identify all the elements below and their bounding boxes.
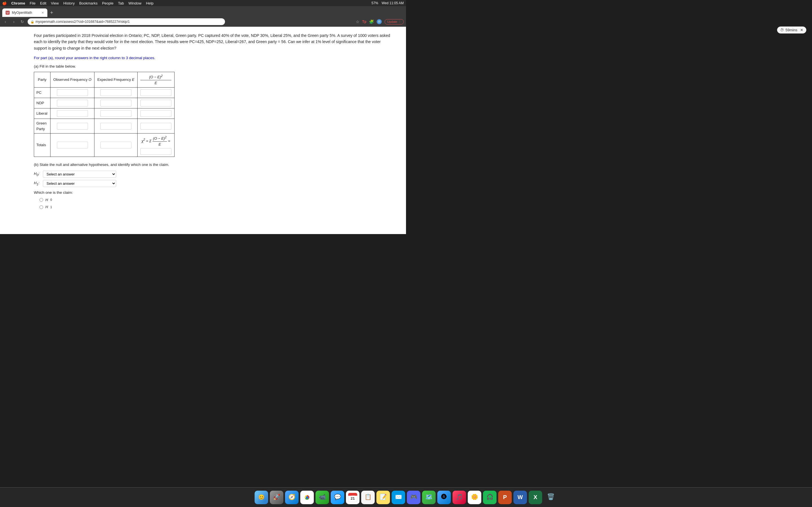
claim-radio-h1[interactable] <box>40 205 43 209</box>
chi-ndp[interactable] <box>140 100 171 107</box>
col-formula: (O − E)2 E <box>137 72 174 87</box>
exp-total[interactable] <box>100 142 132 149</box>
obs-liberal[interactable] <box>57 110 88 117</box>
part-b-label: (b) State the null and alternative hypot… <box>34 162 395 168</box>
exp-liberal[interactable] <box>100 110 132 117</box>
claim-label: Which one is the claim: <box>34 190 395 195</box>
table-row-green: GreenParty <box>34 119 174 133</box>
exp-ndp[interactable] <box>100 100 132 107</box>
exp-pc[interactable] <box>100 89 132 96</box>
party-liberal: Liberal <box>34 108 50 119</box>
party-totals: Totals <box>34 133 50 157</box>
menu-view[interactable]: View <box>51 1 59 5</box>
menu-tab[interactable]: Tab <box>118 1 124 5</box>
tab-close-button[interactable]: ✕ <box>42 11 44 15</box>
url-text: myopenmath.com/assess2/?cid=101687&aid=7… <box>36 20 130 24</box>
obs-total[interactable] <box>57 142 88 149</box>
chi-pc[interactable] <box>140 89 171 96</box>
tab-bar: M MyOpenMath ✕ + <box>0 6 406 17</box>
menu-edit[interactable]: Edit <box>40 1 46 5</box>
menu-people[interactable]: People <box>102 1 113 5</box>
new-tab-button[interactable]: + <box>48 10 56 16</box>
claim-radio-h0[interactable] <box>40 198 43 202</box>
active-tab[interactable]: M MyOpenMath ✕ <box>2 8 47 17</box>
tab-favicon: M <box>6 11 10 15</box>
table-row-liberal: Liberal <box>34 108 174 119</box>
page-content: Four parties participated in 2018 Provin… <box>0 27 406 234</box>
exp-green[interactable] <box>100 123 132 129</box>
menubar: 🍎 Chrome File Edit View History Bookmark… <box>0 0 406 6</box>
extension-puzzle-icon[interactable]: 🧩 <box>369 19 374 24</box>
instruction-text: For part (a), round your answers in the … <box>34 55 395 61</box>
bookmark-star-icon[interactable]: ☆ <box>356 19 359 24</box>
col-observed: Observed Frequency O <box>50 72 94 87</box>
h0-select[interactable]: Select an answer The distribution has no… <box>43 171 116 178</box>
menu-window[interactable]: Window <box>128 1 141 5</box>
claim-option-h0[interactable]: H0 <box>40 197 395 203</box>
chi-liberal[interactable] <box>140 110 171 117</box>
obs-ndp[interactable] <box>57 100 88 107</box>
problem-text: Four parties participated in 2018 Provin… <box>34 33 395 51</box>
menu-history[interactable]: History <box>63 1 74 5</box>
party-green: GreenParty <box>34 119 50 133</box>
col-expected: Expected Frequency E <box>94 72 138 87</box>
battery-status: 57% <box>371 1 378 5</box>
apple-menu[interactable]: 🍎 <box>2 1 7 5</box>
col-party: Party <box>34 72 50 87</box>
reload-button[interactable]: ↻ <box>19 18 26 25</box>
h1-label: H1: <box>34 180 41 187</box>
address-bar: ‹ › ↻ 🔒 myopenmath.com/assess2/?cid=1016… <box>0 17 406 26</box>
party-ndp: NDP <box>34 98 50 108</box>
h0-label: H0: <box>34 171 41 177</box>
toolbar-icons: ☆ Tp 🧩 R Update ⋮ <box>356 19 404 24</box>
clock: Wed 11:05 AM <box>382 1 404 5</box>
party-pc: PC <box>34 88 50 98</box>
menu-bookmarks[interactable]: Bookmarks <box>79 1 98 5</box>
part-a-label: (a) Fill in the table below. <box>34 64 395 69</box>
claim-section: Which one is the claim: H0 H1 <box>34 190 395 210</box>
tp-icon[interactable]: Tp <box>362 20 366 24</box>
frequency-table: Party Observed Frequency O Expected Freq… <box>34 72 174 157</box>
claim-option-h1[interactable]: H1 <box>40 204 395 210</box>
chi-green[interactable] <box>140 123 171 129</box>
hypothesis-section: H0: Select an answer The distribution ha… <box>34 171 395 187</box>
profile-icon[interactable]: R <box>377 19 382 24</box>
lock-icon: 🔒 <box>31 20 35 24</box>
menu-help[interactable]: Help <box>146 1 154 5</box>
chi-total-cell: χ2 = Σ (O − E)2 E = <box>137 133 174 157</box>
h1-select[interactable]: Select an answer The distribution has no… <box>43 180 116 187</box>
update-button[interactable]: Update ⋮ <box>385 19 404 24</box>
table-row-pc: PC <box>34 88 174 98</box>
menu-chrome[interactable]: Chrome <box>11 1 25 5</box>
obs-green[interactable] <box>57 123 88 129</box>
table-row-ndp: NDP <box>34 98 174 108</box>
claim-options: H0 H1 <box>40 197 395 210</box>
h1-row: H1: Select an answer The distribution ha… <box>34 180 395 187</box>
url-box[interactable]: 🔒 myopenmath.com/assess2/?cid=101687&aid… <box>28 18 225 25</box>
browser-chrome: M MyOpenMath ✕ + ‹ › ↻ 🔒 myopenmath.com/… <box>0 6 406 27</box>
tab-title: MyOpenMath <box>12 11 32 15</box>
table-row-totals: Totals χ2 = Σ (O − E)2 E = <box>34 133 174 157</box>
menu-file[interactable]: File <box>30 1 36 5</box>
obs-pc[interactable] <box>57 89 88 96</box>
h0-row: H0: Select an answer The distribution ha… <box>34 171 395 178</box>
back-button[interactable]: ‹ <box>2 18 8 25</box>
chi-total-value[interactable] <box>140 148 171 155</box>
forward-button[interactable]: › <box>11 18 17 25</box>
